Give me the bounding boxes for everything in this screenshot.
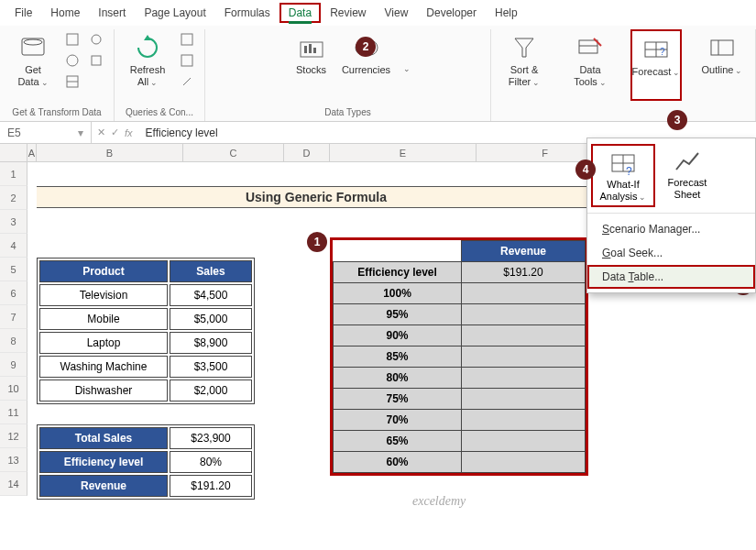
enter-icon[interactable]: ✓ [111, 126, 119, 138]
row-1[interactable]: 1 [0, 162, 27, 186]
menu-insert[interactable]: Insert [89, 3, 135, 23]
fx-icon[interactable]: fx [125, 127, 133, 138]
from-web-icon[interactable] [62, 50, 82, 71]
table-row[interactable]: Television$4,500 [39, 284, 252, 306]
efficiency-selection[interactable]: Revenue Efficiency level$191.20 100% 95%… [330, 237, 588, 476]
select-all-corner[interactable] [0, 144, 27, 161]
from-table-icon[interactable] [62, 72, 82, 92]
row-7[interactable]: 7 [0, 305, 27, 329]
properties-icon[interactable] [177, 50, 197, 71]
row-9[interactable]: 9 [0, 353, 27, 377]
what-if-analysis-button[interactable]: ? What-If Analysis [591, 144, 655, 207]
stocks-button[interactable]: Stocks [286, 29, 337, 101]
cell-pct[interactable]: 90% [334, 325, 462, 346]
watermark: exceldemy [412, 494, 466, 509]
table-row[interactable]: Laptop$8,900 [39, 332, 252, 354]
col-A[interactable]: A [27, 144, 37, 161]
table-row[interactable]: Mobile$5,000 [39, 308, 252, 330]
sort-filter-button[interactable]: Sort & Filter [499, 29, 550, 101]
what-if-icon: ? [608, 149, 638, 179]
cell-pct[interactable]: 70% [334, 410, 462, 431]
queries-icon[interactable] [177, 29, 197, 50]
group-get-transform: Get Data Get & Transform Data [0, 29, 115, 121]
data-table-item[interactable]: Data Table... [587, 265, 755, 289]
row-6[interactable]: 6 [0, 281, 27, 305]
refresh-all-button[interactable]: Refresh All [122, 29, 173, 101]
row-4[interactable]: 4 [0, 234, 27, 258]
table-row[interactable]: Revenue$191.20 [39, 475, 252, 497]
menu-data[interactable]: Data [279, 3, 321, 23]
group-label: Get & Transform Data [12, 105, 101, 121]
svg-rect-10 [181, 55, 192, 66]
th-revenue: Revenue [462, 241, 586, 262]
table-row[interactable]: Efficiency level80% [39, 451, 252, 473]
row-12[interactable]: 12 [0, 424, 27, 448]
col-C[interactable]: C [183, 144, 284, 161]
col-D[interactable]: D [284, 144, 330, 161]
cell-pct[interactable]: 75% [334, 389, 462, 410]
forecast-dropdown: ? What-If Analysis Forecast Sheet 4 Scen… [586, 138, 756, 293]
row-8[interactable]: 8 [0, 329, 27, 353]
col-B[interactable]: B [37, 144, 183, 161]
menu-review[interactable]: Review [321, 3, 375, 23]
refresh-icon [133, 33, 162, 62]
goal-seek-item[interactable]: Goal Seek... [587, 241, 755, 265]
group-outline: Outline [689, 29, 756, 121]
ribbon: Get Data Get & Transform Data Refresh Al… [0, 26, 756, 122]
group-queries: Refresh All Queries & Con... [115, 29, 205, 121]
existing-conn-icon[interactable] [86, 50, 106, 71]
forecast-button[interactable]: ? Forecast [630, 29, 682, 101]
col-E[interactable]: E [330, 144, 477, 161]
svg-marker-17 [515, 38, 533, 57]
row-13[interactable]: 13 [0, 448, 27, 472]
from-text-icon[interactable] [62, 29, 82, 50]
outline-button[interactable]: Outline [696, 29, 748, 101]
svg-rect-25 [711, 40, 733, 55]
cell-revenue[interactable]: $191.20 [462, 262, 586, 283]
forecast-icon: ? [641, 35, 671, 64]
cell-pct[interactable]: 95% [334, 304, 462, 325]
cancel-icon[interactable]: ✕ [97, 126, 105, 138]
cell-pct[interactable]: 60% [334, 452, 462, 473]
row-5[interactable]: 5 [0, 258, 27, 281]
table-row[interactable]: Washing Machine$3,500 [39, 356, 252, 378]
forecast-sheet-button[interactable]: Forecast Sheet [655, 144, 719, 207]
svg-rect-18 [579, 40, 597, 53]
menu-page-layout[interactable]: Page Layout [135, 3, 214, 23]
table-row[interactable]: Dishwasher$2,000 [39, 380, 252, 402]
menu-help[interactable]: Help [486, 3, 527, 23]
cell-pct[interactable]: 100% [334, 283, 462, 304]
svg-rect-2 [67, 34, 78, 45]
th-efficiency: Efficiency level [334, 262, 462, 283]
menu-formulas[interactable]: Formulas [215, 3, 279, 23]
menu-bar: File Home Insert Page Layout Formulas Da… [0, 0, 756, 26]
row-14[interactable]: 14 [0, 472, 27, 496]
menu-file[interactable]: File [5, 3, 41, 23]
scenario-manager-item[interactable]: Scenario Manager... [587, 217, 755, 241]
table-row[interactable]: Total Sales$23,900 [39, 427, 252, 449]
row-2[interactable]: 2 [0, 186, 27, 210]
menu-view[interactable]: View [376, 3, 418, 23]
step-badge-4: 4 [575, 160, 596, 180]
cell-pct[interactable]: 85% [334, 346, 462, 368]
group-forecast: ? Forecast [623, 29, 689, 121]
recent-sources-icon[interactable] [86, 29, 106, 50]
group-tools: Data Tools [557, 29, 623, 121]
name-box[interactable]: E5▾ [0, 122, 92, 143]
row-10[interactable]: 10 [0, 377, 27, 401]
edit-links-icon[interactable] [177, 72, 197, 92]
svg-point-1 [24, 39, 42, 45]
cell-pct[interactable]: 65% [334, 431, 462, 452]
row-11[interactable]: 11 [0, 401, 27, 424]
menu-developer[interactable]: Developer [417, 3, 486, 23]
menu-home[interactable]: Home [41, 3, 89, 23]
data-tools-button[interactable]: Data Tools [564, 29, 616, 101]
data-tools-icon [575, 33, 605, 62]
cell-pct[interactable]: 80% [334, 368, 462, 389]
svg-rect-7 [92, 56, 101, 65]
get-data-icon [18, 33, 48, 62]
data-types-more[interactable] [401, 61, 411, 74]
row-3[interactable]: 3 [0, 210, 27, 234]
get-data-button[interactable]: Get Data [7, 29, 59, 101]
svg-text:?: ? [660, 47, 665, 57]
